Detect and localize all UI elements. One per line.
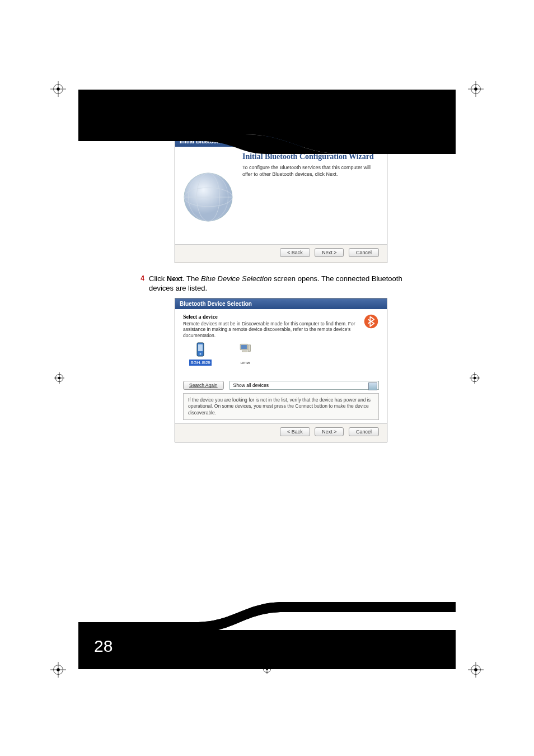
- device-list: SGH-I929 umw: [183, 338, 379, 377]
- step-4-text: Click Next. The Blue Device Selection sc…: [149, 274, 428, 293]
- page-content: RF-MRBTAD_13-0674_MAN_V5_ENG.fm Page 28 …: [78, 90, 456, 669]
- computer-icon: [239, 342, 251, 358]
- svg-rect-41: [78, 630, 456, 669]
- dialog-1-description: To configure the Bluetooth services that…: [242, 165, 379, 178]
- step-4-number: 4: [134, 274, 144, 293]
- svg-rect-35: [198, 344, 203, 351]
- phone-icon: [194, 342, 207, 358]
- dialog-1-screenshot: Initial Bluetooth Configuration Wizard I…: [175, 136, 387, 263]
- crop-mark-center-right: [467, 370, 480, 386]
- dialog-2-back-button[interactable]: < Back: [280, 427, 310, 436]
- page-number: 28: [94, 637, 113, 656]
- device-item-1[interactable]: SGH-I929: [185, 342, 216, 366]
- svg-rect-40: [242, 351, 247, 352]
- globe-icon: [177, 152, 239, 242]
- dialog-2-cancel-button[interactable]: Cancel: [349, 427, 379, 436]
- device-2-label: umw: [241, 360, 250, 365]
- svg-rect-39: [248, 345, 250, 352]
- search-again-button[interactable]: Search Again: [183, 381, 224, 390]
- dialog-1-next-button[interactable]: Next >: [315, 248, 344, 257]
- dialog-2-titlebar: Bluetooth Device Selection: [175, 298, 387, 309]
- step-4: 4 Click Next. The Blue Device Selection …: [134, 274, 428, 293]
- dialog-1-back-button[interactable]: < Back: [280, 248, 310, 257]
- bluetooth-icon: [363, 314, 379, 329]
- dialog-2-screenshot: Bluetooth Device Selection Select a devi…: [175, 298, 387, 442]
- crop-mark-bottom-right: [468, 662, 484, 678]
- dialog-2-description: Remote devices must be in Discoverable m…: [183, 321, 363, 339]
- device-1-label: SGH-I929: [189, 360, 212, 366]
- svg-point-36: [200, 353, 202, 355]
- header-black-band: [78, 90, 456, 154]
- dialog-1-cancel-button[interactable]: Cancel: [349, 248, 379, 257]
- crop-mark-center-left: [54, 370, 67, 386]
- dialog-2-note: If the device you are looking for is not…: [183, 393, 379, 419]
- footer-black-band: 28: [78, 602, 456, 669]
- crop-mark-top-right: [468, 81, 484, 97]
- crop-mark-bottom-left: [50, 662, 66, 678]
- show-devices-dropdown[interactable]: Show all devices: [229, 381, 379, 390]
- crop-mark-top-left: [50, 81, 66, 97]
- device-item-2[interactable]: umw: [230, 342, 260, 365]
- dialog-2-heading: Select a device: [183, 314, 363, 320]
- svg-rect-38: [241, 345, 247, 349]
- dialog-2-next-button[interactable]: Next >: [315, 427, 344, 436]
